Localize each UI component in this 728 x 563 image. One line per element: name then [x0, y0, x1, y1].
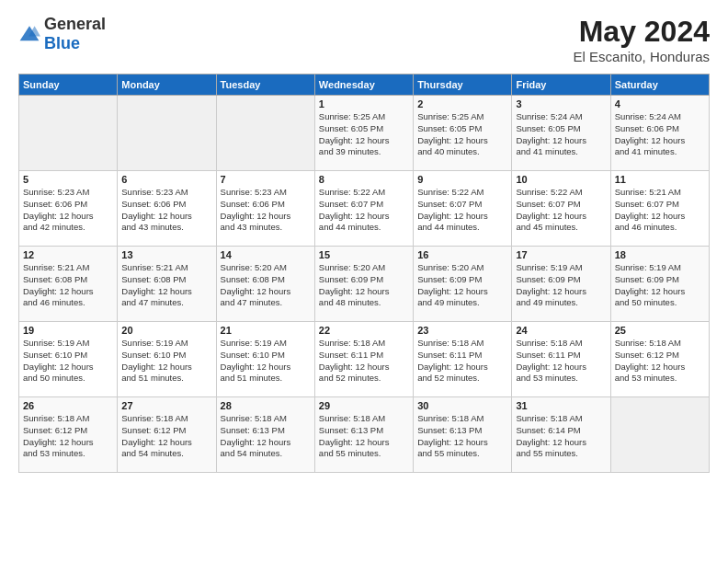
day-info: Sunrise: 5:18 AM Sunset: 6:12 PM Dayligh… — [121, 413, 211, 460]
day-number: 21 — [221, 325, 311, 336]
day-info: Sunrise: 5:18 AM Sunset: 6:12 PM Dayligh… — [615, 338, 705, 385]
day-number: 4 — [615, 98, 705, 109]
day-number: 31 — [516, 400, 606, 411]
day-number: 20 — [121, 325, 211, 336]
day-number: 3 — [516, 98, 606, 109]
day-info: Sunrise: 5:19 AM Sunset: 6:10 PM Dayligh… — [221, 338, 311, 385]
calendar-cell: 2Sunrise: 5:25 AM Sunset: 6:05 PM Daylig… — [414, 96, 512, 171]
calendar-cell: 4Sunrise: 5:24 AM Sunset: 6:06 PM Daylig… — [610, 96, 709, 171]
calendar-cell: 14Sunrise: 5:20 AM Sunset: 6:08 PM Dayli… — [216, 247, 314, 322]
day-info: Sunrise: 5:24 AM Sunset: 6:06 PM Dayligh… — [615, 111, 705, 158]
calendar-cell: 7Sunrise: 5:23 AM Sunset: 6:06 PM Daylig… — [216, 171, 314, 247]
day-info: Sunrise: 5:18 AM Sunset: 6:13 PM Dayligh… — [319, 413, 409, 460]
day-number: 12 — [23, 249, 113, 260]
calendar-cell: 9Sunrise: 5:22 AM Sunset: 6:07 PM Daylig… — [414, 171, 512, 247]
day-info: Sunrise: 5:20 AM Sunset: 6:09 PM Dayligh… — [417, 262, 507, 309]
col-monday: Monday — [118, 75, 216, 96]
day-number: 24 — [516, 325, 606, 336]
logo-icon — [18, 23, 40, 45]
calendar-cell: 15Sunrise: 5:20 AM Sunset: 6:09 PM Dayli… — [314, 247, 413, 322]
day-number: 22 — [319, 325, 409, 336]
day-info: Sunrise: 5:20 AM Sunset: 6:08 PM Dayligh… — [221, 262, 311, 309]
day-info: Sunrise: 5:18 AM Sunset: 6:11 PM Dayligh… — [417, 338, 507, 385]
day-info: Sunrise: 5:19 AM Sunset: 6:10 PM Dayligh… — [121, 338, 211, 385]
day-number: 19 — [23, 325, 113, 336]
day-number: 15 — [319, 249, 409, 260]
col-friday: Friday — [512, 75, 610, 96]
calendar-cell: 6Sunrise: 5:23 AM Sunset: 6:06 PM Daylig… — [118, 171, 216, 247]
col-saturday: Saturday — [610, 75, 709, 96]
calendar-cell: 18Sunrise: 5:19 AM Sunset: 6:09 PM Dayli… — [610, 247, 709, 322]
day-info: Sunrise: 5:22 AM Sunset: 6:07 PM Dayligh… — [417, 187, 507, 234]
calendar-cell: 8Sunrise: 5:22 AM Sunset: 6:07 PM Daylig… — [314, 171, 413, 247]
day-number: 25 — [615, 325, 705, 336]
calendar-cell: 3Sunrise: 5:24 AM Sunset: 6:05 PM Daylig… — [512, 96, 610, 171]
logo-blue: Blue — [44, 34, 80, 52]
calendar-cell: 25Sunrise: 5:18 AM Sunset: 6:12 PM Dayli… — [610, 322, 709, 397]
month-year: May 2024 — [574, 15, 710, 49]
calendar-cell: 10Sunrise: 5:22 AM Sunset: 6:07 PM Dayli… — [512, 171, 610, 247]
day-info: Sunrise: 5:18 AM Sunset: 6:14 PM Dayligh… — [516, 413, 606, 460]
calendar-cell: 19Sunrise: 5:19 AM Sunset: 6:10 PM Dayli… — [19, 322, 118, 397]
day-info: Sunrise: 5:21 AM Sunset: 6:08 PM Dayligh… — [23, 262, 113, 309]
header: General Blue May 2024 El Escanito, Hondu… — [18, 15, 710, 64]
col-wednesday: Wednesday — [314, 75, 413, 96]
logo-text: General Blue — [44, 15, 106, 53]
calendar-cell: 22Sunrise: 5:18 AM Sunset: 6:11 PM Dayli… — [314, 322, 413, 397]
col-thursday: Thursday — [414, 75, 512, 96]
calendar-cell: 30Sunrise: 5:18 AM Sunset: 6:13 PM Dayli… — [414, 397, 512, 473]
day-info: Sunrise: 5:18 AM Sunset: 6:11 PM Dayligh… — [319, 338, 409, 385]
day-number: 8 — [319, 174, 409, 185]
col-sunday: Sunday — [19, 75, 118, 96]
day-info: Sunrise: 5:23 AM Sunset: 6:06 PM Dayligh… — [23, 187, 113, 234]
day-info: Sunrise: 5:23 AM Sunset: 6:06 PM Dayligh… — [121, 187, 211, 234]
calendar-week-2: 5Sunrise: 5:23 AM Sunset: 6:06 PM Daylig… — [19, 171, 710, 247]
day-info: Sunrise: 5:18 AM Sunset: 6:11 PM Dayligh… — [516, 338, 606, 385]
day-number: 5 — [23, 174, 113, 185]
day-info: Sunrise: 5:22 AM Sunset: 6:07 PM Dayligh… — [516, 187, 606, 234]
day-info: Sunrise: 5:24 AM Sunset: 6:05 PM Dayligh… — [516, 111, 606, 158]
day-number: 9 — [417, 174, 507, 185]
day-info: Sunrise: 5:18 AM Sunset: 6:13 PM Dayligh… — [221, 413, 311, 460]
day-number: 2 — [417, 98, 507, 109]
day-number: 1 — [319, 98, 409, 109]
title-block: May 2024 El Escanito, Honduras — [574, 15, 710, 64]
day-number: 30 — [417, 400, 507, 411]
calendar-cell: 21Sunrise: 5:19 AM Sunset: 6:10 PM Dayli… — [216, 322, 314, 397]
day-info: Sunrise: 5:21 AM Sunset: 6:08 PM Dayligh… — [121, 262, 211, 309]
calendar-cell: 31Sunrise: 5:18 AM Sunset: 6:14 PM Dayli… — [512, 397, 610, 473]
calendar-week-4: 19Sunrise: 5:19 AM Sunset: 6:10 PM Dayli… — [19, 322, 710, 397]
calendar-cell: 12Sunrise: 5:21 AM Sunset: 6:08 PM Dayli… — [19, 247, 118, 322]
day-number: 7 — [221, 174, 311, 185]
calendar-cell: 11Sunrise: 5:21 AM Sunset: 6:07 PM Dayli… — [610, 171, 709, 247]
day-info: Sunrise: 5:18 AM Sunset: 6:12 PM Dayligh… — [23, 413, 113, 460]
day-info: Sunrise: 5:19 AM Sunset: 6:09 PM Dayligh… — [615, 262, 705, 309]
calendar-cell: 13Sunrise: 5:21 AM Sunset: 6:08 PM Dayli… — [118, 247, 216, 322]
day-number: 23 — [417, 325, 507, 336]
calendar-week-3: 12Sunrise: 5:21 AM Sunset: 6:08 PM Dayli… — [19, 247, 710, 322]
day-info: Sunrise: 5:18 AM Sunset: 6:13 PM Dayligh… — [417, 413, 507, 460]
day-number: 10 — [516, 174, 606, 185]
calendar-week-1: 1Sunrise: 5:25 AM Sunset: 6:05 PM Daylig… — [19, 96, 710, 171]
calendar-cell: 5Sunrise: 5:23 AM Sunset: 6:06 PM Daylig… — [19, 171, 118, 247]
calendar-cell: 23Sunrise: 5:18 AM Sunset: 6:11 PM Dayli… — [414, 322, 512, 397]
calendar-cell: 27Sunrise: 5:18 AM Sunset: 6:12 PM Dayli… — [118, 397, 216, 473]
calendar-cell: 28Sunrise: 5:18 AM Sunset: 6:13 PM Dayli… — [216, 397, 314, 473]
day-info: Sunrise: 5:25 AM Sunset: 6:05 PM Dayligh… — [417, 111, 507, 158]
day-number: 6 — [121, 174, 211, 185]
day-info: Sunrise: 5:19 AM Sunset: 6:09 PM Dayligh… — [516, 262, 606, 309]
calendar-table: Sunday Monday Tuesday Wednesday Thursday… — [18, 74, 710, 473]
day-number: 26 — [23, 400, 113, 411]
page: General Blue May 2024 El Escanito, Hondu… — [0, 0, 728, 563]
day-number: 28 — [221, 400, 311, 411]
logo: General Blue — [18, 15, 106, 53]
location: El Escanito, Honduras — [574, 49, 710, 64]
day-info: Sunrise: 5:21 AM Sunset: 6:07 PM Dayligh… — [615, 187, 705, 234]
calendar-cell: 17Sunrise: 5:19 AM Sunset: 6:09 PM Dayli… — [512, 247, 610, 322]
calendar-cell: 20Sunrise: 5:19 AM Sunset: 6:10 PM Dayli… — [118, 322, 216, 397]
day-number: 29 — [319, 400, 409, 411]
day-number: 13 — [121, 249, 211, 260]
calendar-cell: 1Sunrise: 5:25 AM Sunset: 6:05 PM Daylig… — [314, 96, 413, 171]
col-tuesday: Tuesday — [216, 75, 314, 96]
day-info: Sunrise: 5:22 AM Sunset: 6:07 PM Dayligh… — [319, 187, 409, 234]
